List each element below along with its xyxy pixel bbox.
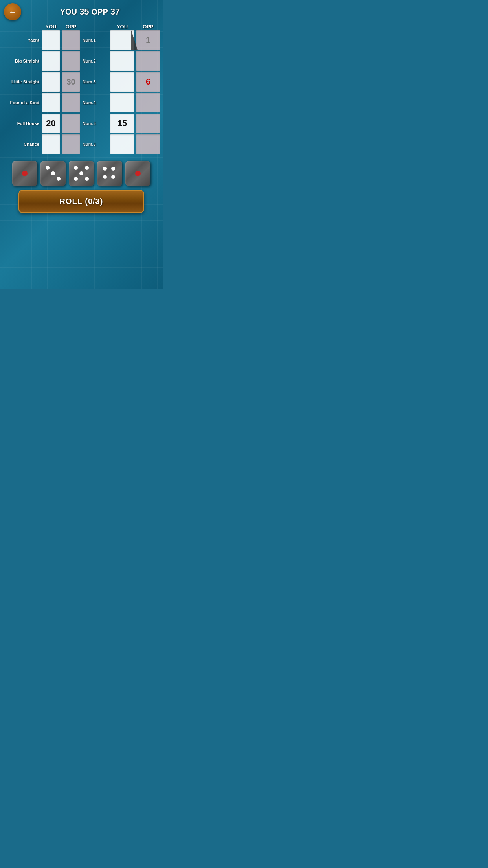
num2-row: Num.2: [83, 51, 160, 71]
chance-you-cell[interactable]: [42, 134, 60, 154]
little-straight-row: Little Straight 30: [2, 72, 80, 92]
num6-label: Num.6: [83, 142, 110, 147]
die-5-dots: [128, 164, 148, 183]
num3-row: Num.3 6: [83, 72, 160, 92]
dot: [51, 171, 55, 175]
num1-row: Num.1 1: [83, 30, 160, 50]
die-4-dots: [101, 164, 119, 182]
left-you-col-header: YOU: [42, 24, 60, 29]
die-1[interactable]: [12, 161, 37, 186]
full-house-you-cell[interactable]: 20: [42, 114, 60, 133]
num6-opp-cell[interactable]: [136, 134, 160, 154]
num1-opp-cell[interactable]: 1: [136, 30, 160, 50]
dot: [22, 171, 28, 176]
header: ← YOU 35 OPP 37: [0, 0, 163, 22]
big-straight-label: Big Straight: [2, 59, 42, 63]
num4-label: Num.4: [83, 100, 110, 105]
num2-opp-cell[interactable]: [136, 51, 160, 71]
dot: [103, 175, 107, 179]
opp-score: 37: [110, 7, 120, 17]
you-score: 35: [79, 7, 89, 17]
right-col-headers: YOU OPP: [83, 24, 160, 29]
num6-row: Num.6: [83, 134, 160, 154]
little-straight-opp-cell[interactable]: 30: [62, 72, 80, 92]
dot: [135, 171, 141, 176]
dot: [79, 171, 83, 175]
left-col-headers: YOU OPP: [2, 24, 80, 29]
num3-opp-cell[interactable]: 6: [136, 72, 160, 92]
die-4[interactable]: [97, 161, 122, 186]
num3-label: Num.3: [83, 79, 110, 84]
four-of-a-kind-opp-cell[interactable]: [62, 93, 80, 112]
back-button[interactable]: ←: [4, 3, 21, 20]
dot: [74, 177, 78, 181]
chance-row: Chance: [2, 134, 80, 154]
num1-you-cell[interactable]: [110, 30, 134, 50]
dice-area: [0, 157, 163, 188]
you-label: YOU: [60, 7, 77, 17]
roll-button-label: ROLL (0/3): [60, 197, 103, 206]
chance-opp-cell[interactable]: [62, 134, 80, 154]
full-house-label: Full House: [2, 121, 42, 126]
four-of-a-kind-label: Four of a Kind: [2, 100, 42, 105]
num6-you-cell[interactable]: [110, 134, 134, 154]
full-house-opp-cell[interactable]: [62, 114, 80, 133]
dot: [111, 167, 115, 171]
left-opp-col-header: OPP: [62, 24, 80, 29]
yacht-label: Yacht: [2, 38, 42, 42]
big-straight-you-cell[interactable]: [42, 51, 60, 71]
num5-you-cell[interactable]: 15: [110, 114, 134, 133]
num2-you-cell[interactable]: [110, 51, 134, 71]
num5-label: Num.5: [83, 121, 110, 126]
roll-button-container: ROLL (0/3): [0, 188, 163, 216]
num3-you-cell[interactable]: [110, 72, 134, 92]
dot: [57, 177, 61, 181]
die-1-dots: [15, 164, 35, 183]
back-arrow-icon: ←: [9, 8, 17, 16]
dot: [85, 166, 89, 170]
score-tables: YOU OPP Yacht Big Straight: [0, 22, 163, 157]
num5-row: Num.5 15: [83, 114, 160, 133]
right-score-table: YOU OPP Num.1 1: [83, 24, 160, 155]
dot: [85, 177, 89, 181]
num5-opp-cell[interactable]: [136, 114, 160, 133]
full-house-row: Full House 20: [2, 114, 80, 133]
yacht-row: Yacht: [2, 30, 80, 50]
yacht-you-cell[interactable]: [42, 30, 60, 50]
die-3[interactable]: [69, 161, 94, 186]
right-you-col-header: YOU: [110, 24, 134, 29]
roll-button[interactable]: ROLL (0/3): [18, 190, 144, 213]
num4-row: Num.4: [83, 93, 160, 112]
four-of-a-kind-row: Four of a Kind: [2, 93, 80, 112]
die-3-dots: [72, 164, 90, 182]
dot: [74, 166, 78, 170]
num1-label: Num.1: [83, 38, 110, 42]
opp-label: OPP: [92, 7, 108, 17]
little-straight-you-cell[interactable]: [42, 72, 60, 92]
dot: [46, 166, 50, 170]
dot: [111, 175, 115, 179]
die-2-dots: [44, 164, 62, 182]
game-screen: ← YOU 35 OPP 37 YOU OPP Yac: [0, 0, 163, 289]
right-opp-col-header: OPP: [136, 24, 160, 29]
score-display: YOU 35 OPP 37: [21, 7, 159, 17]
num4-you-cell[interactable]: [110, 93, 134, 112]
left-score-table: YOU OPP Yacht Big Straight: [2, 24, 80, 155]
big-straight-opp-cell[interactable]: [62, 51, 80, 71]
big-straight-row: Big Straight: [2, 51, 80, 71]
chance-label: Chance: [2, 142, 42, 147]
dot: [103, 167, 107, 171]
num2-label: Num.2: [83, 59, 110, 63]
little-straight-label: Little Straight: [2, 79, 42, 84]
die-5[interactable]: [125, 161, 150, 186]
four-of-a-kind-you-cell[interactable]: [42, 93, 60, 112]
die-2[interactable]: [40, 161, 66, 186]
num4-opp-cell[interactable]: [136, 93, 160, 112]
yacht-opp-cell[interactable]: [62, 30, 80, 50]
